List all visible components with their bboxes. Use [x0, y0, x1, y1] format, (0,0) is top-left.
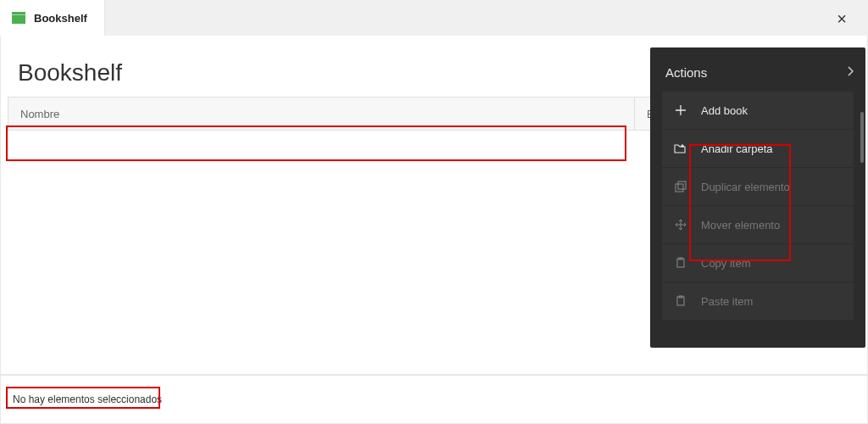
duplicate-icon: [674, 180, 687, 193]
actions-header[interactable]: Actions: [650, 47, 865, 92]
tab-bookshelf[interactable]: Bookshelf: [0, 0, 105, 36]
actions-list: Add book Añadir carpeta Duplicar element…: [650, 92, 865, 320]
status-text: No hay elementos seleccionados: [13, 393, 162, 405]
plus-icon: [674, 103, 687, 117]
action-duplicate: Duplicar elemento: [662, 168, 854, 205]
action-label: Copy item: [701, 257, 751, 270]
paste-icon: [674, 294, 687, 308]
svg-rect-4: [13, 16, 25, 23]
action-label: Add book: [701, 104, 748, 117]
action-label: Paste item: [701, 295, 753, 308]
close-icon[interactable]: ×: [837, 10, 847, 27]
action-label: Mover elemento: [701, 219, 780, 232]
action-label: Añadir carpeta: [701, 142, 773, 155]
svg-rect-10: [676, 184, 683, 192]
copy-icon: [674, 256, 687, 270]
page-title: Bookshelf: [18, 59, 122, 86]
scrollbar[interactable]: [860, 112, 864, 163]
tab-bar: Bookshelf ×: [0, 0, 868, 36]
action-paste: Paste item: [662, 282, 854, 320]
chevron-right-icon: [847, 64, 854, 80]
column-header-name[interactable]: Nombre: [8, 108, 634, 120]
move-icon: [674, 218, 687, 232]
status-bar: No hay elementos seleccionados: [0, 375, 868, 424]
folder-plus-icon: [674, 142, 687, 155]
action-label: Duplicar elemento: [701, 181, 790, 193]
action-move: Mover elemento: [662, 206, 854, 243]
action-copy: Copy item: [662, 244, 854, 282]
action-add-folder[interactable]: Añadir carpeta: [662, 130, 854, 167]
action-add-book[interactable]: Add book: [662, 92, 854, 129]
svg-rect-11: [678, 181, 686, 189]
svg-rect-0: [12, 12, 25, 14]
actions-panel: Actions Add book Añadir carpeta Duplicar…: [650, 47, 865, 348]
app-icon: [12, 12, 25, 24]
tab-title: Bookshelf: [34, 12, 87, 25]
actions-title: Actions: [665, 65, 707, 80]
